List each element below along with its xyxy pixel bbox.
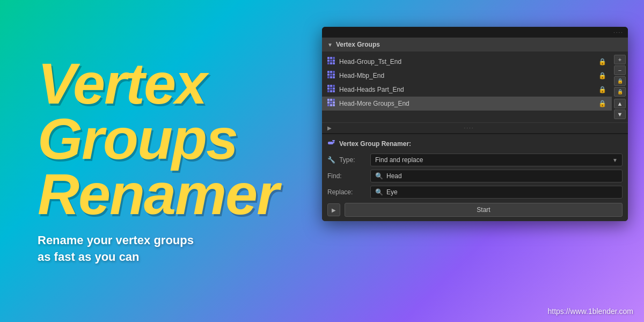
svg-rect-14	[333, 74, 335, 76]
svg-rect-7	[330, 62, 332, 64]
left-panel: Vertex Groups Renamer Rename your vertex…	[0, 0, 333, 322]
start-button[interactable]: Start	[345, 203, 623, 217]
collapse-icon[interactable]: ▼	[327, 42, 333, 48]
replace-search-icon: 🔍	[375, 188, 383, 196]
svg-rect-9	[327, 71, 330, 73]
find-search-icon: 🔍	[375, 172, 383, 180]
item-lock-icon-3: 🔒	[598, 100, 606, 107]
replace-row: Replace: 🔍 Eye	[327, 186, 623, 199]
svg-rect-17	[333, 76, 335, 78]
type-row: 🔧 Type: Find and replace ▼	[327, 153, 623, 166]
item-grid-icon	[327, 85, 335, 94]
svg-rect-16	[330, 76, 332, 78]
vertex-group-list: Head-Group_Tst_End 🔒	[322, 54, 612, 120]
type-value-text: Find and replace	[375, 156, 423, 164]
svg-rect-0	[327, 57, 330, 59]
website-url: https://www.1blender.com	[547, 307, 633, 316]
subtitle-line1: Rename your vertex groups	[38, 233, 194, 247]
lock-group-button[interactable]: 🔒	[614, 76, 626, 86]
svg-rect-19	[330, 85, 332, 87]
svg-rect-29	[333, 99, 335, 101]
item-label-0: Head-Group_Tst_End	[339, 58, 401, 65]
svg-rect-1	[330, 57, 332, 59]
svg-rect-37	[332, 140, 335, 141]
item-label-3: Head-More Groups_End	[339, 100, 409, 107]
item-label-1: Head-Mbp_End	[339, 72, 384, 79]
renamer-section: Vertex Group Renamer: 🔧 Type: Find and r…	[322, 133, 628, 221]
type-dropdown[interactable]: Find and replace ▼	[370, 153, 623, 166]
subtitle: Rename your vertex groups as fast as you…	[38, 232, 301, 266]
svg-rect-21	[327, 87, 330, 90]
list-item[interactable]: Head-Heads Part_End 🔒	[322, 83, 612, 97]
list-item-selected[interactable]: Head-More Groups_End 🔒	[322, 97, 612, 111]
svg-rect-35	[333, 104, 335, 106]
svg-rect-20	[333, 85, 335, 87]
svg-rect-27	[327, 99, 330, 101]
item-grid-icon	[327, 99, 335, 108]
section-header-label: Vertex Groups	[336, 41, 380, 48]
vertex-groups-section: ▼ Vertex Groups	[322, 38, 628, 133]
list-area: Head-Group_Tst_End 🔒	[322, 52, 628, 122]
item-label-2: Head-Heads Part_End	[339, 86, 404, 93]
main-title: Vertex Groups Renamer	[38, 56, 301, 222]
svg-rect-36	[328, 142, 333, 144]
svg-rect-31	[330, 101, 332, 104]
svg-rect-26	[333, 90, 335, 92]
find-row: Find: 🔍 Head	[327, 170, 623, 182]
replace-label: Replace:	[327, 188, 365, 196]
item-grid-icon	[327, 71, 335, 80]
svg-rect-24	[327, 90, 330, 92]
move-up-button[interactable]: ▲	[614, 99, 626, 108]
svg-rect-13	[330, 74, 332, 76]
svg-rect-6	[327, 62, 330, 64]
svg-rect-10	[330, 71, 332, 73]
item-grid-icon	[327, 57, 335, 67]
svg-rect-30	[327, 101, 330, 104]
svg-rect-32	[333, 101, 335, 104]
start-row: ▶ Start	[327, 203, 623, 217]
svg-rect-22	[330, 87, 332, 90]
list-footer: ▶ ····	[322, 122, 628, 133]
renamer-icon	[327, 138, 336, 149]
type-label: 🔧 Type:	[327, 156, 365, 164]
svg-rect-5	[333, 60, 335, 62]
svg-rect-12	[327, 74, 330, 76]
find-label: Find:	[327, 172, 365, 180]
renamer-header-text: Vertex Group Renamer:	[339, 140, 411, 148]
dropdown-arrow-icon: ▼	[612, 157, 618, 163]
subtitle-line2: as fast as you can	[38, 250, 140, 264]
blender-panel: ···· ▼ Vertex Groups	[322, 27, 628, 221]
list-controls: + − 🔒 🔒 ▲ ▼	[612, 54, 628, 120]
expand-icon[interactable]: ▶	[327, 125, 332, 131]
item-lock-icon-1: 🔒	[598, 72, 606, 79]
svg-rect-25	[330, 90, 332, 92]
svg-rect-2	[333, 57, 335, 59]
move-down-button[interactable]: ▼	[614, 109, 626, 119]
find-input-text: Head	[386, 172, 402, 180]
svg-rect-18	[327, 85, 330, 87]
svg-rect-28	[330, 99, 332, 101]
svg-rect-38	[333, 141, 334, 143]
find-input[interactable]: 🔍 Head	[370, 170, 623, 182]
svg-rect-23	[333, 87, 335, 90]
svg-rect-8	[333, 62, 335, 64]
title-line3: Renamer	[38, 162, 278, 226]
section-header: ▼ Vertex Groups	[322, 38, 628, 52]
list-item[interactable]: Head-Mbp_End 🔒	[322, 69, 612, 83]
svg-rect-15	[327, 76, 330, 78]
play-button[interactable]: ▶	[327, 203, 340, 216]
list-item[interactable]: Head-Group_Tst_End 🔒	[322, 55, 612, 69]
remove-group-button[interactable]: −	[614, 65, 626, 75]
svg-rect-3	[327, 60, 330, 62]
svg-rect-33	[327, 104, 330, 106]
lock-button-2[interactable]: 🔒	[614, 87, 626, 97]
add-group-button[interactable]: +	[614, 55, 626, 64]
renamer-header: Vertex Group Renamer:	[327, 138, 623, 149]
replace-input-text: Eye	[386, 188, 398, 196]
footer-dots-icon: ····	[464, 125, 474, 131]
panel-dots-icon: ····	[613, 30, 624, 35]
svg-rect-11	[333, 71, 335, 73]
panel-topbar: ····	[322, 27, 628, 38]
item-lock-icon-2: 🔒	[598, 86, 606, 93]
replace-input[interactable]: 🔍 Eye	[370, 186, 623, 199]
